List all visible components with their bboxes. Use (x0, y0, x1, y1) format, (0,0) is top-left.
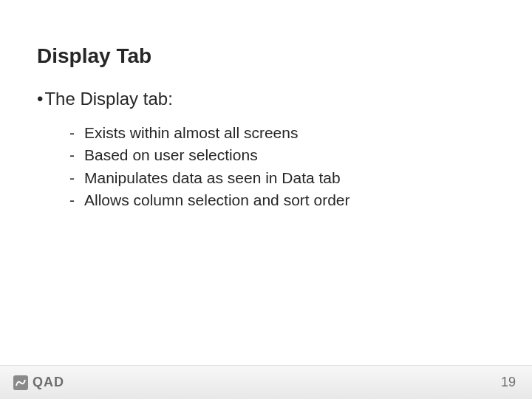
dash-icon: - (69, 123, 84, 143)
bullet-glyph: • (37, 89, 43, 109)
dash-icon: - (69, 190, 84, 211)
bullet-text: The Display tab: (44, 89, 172, 109)
sub-bullet-list: -Exists within almost all screens -Based… (37, 123, 495, 211)
list-item-label: Based on user selections (84, 146, 258, 163)
list-item: -Allows column selection and sort order (69, 190, 495, 211)
slide-title: Display Tab (37, 44, 495, 68)
dash-icon: - (69, 168, 84, 188)
logo-icon (13, 375, 28, 390)
list-item-label: Exists within almost all screens (84, 124, 298, 141)
list-item-label: Allows column selection and sort order (84, 191, 350, 208)
list-item: -Exists within almost all screens (69, 123, 495, 143)
list-item: -Manipulates data as seen in Data tab (69, 168, 495, 188)
dash-icon: - (69, 145, 84, 166)
bullet-level1: •The Display tab: (37, 89, 495, 109)
page-number: 19 (501, 375, 516, 390)
list-item: -Based on user selections (69, 145, 495, 166)
list-item-label: Manipulates data as seen in Data tab (84, 169, 341, 186)
slide-footer: QAD 19 (0, 365, 532, 399)
logo: QAD (13, 375, 64, 390)
slide: Display Tab •The Display tab: -Exists wi… (0, 0, 532, 399)
logo-text: QAD (33, 375, 64, 390)
